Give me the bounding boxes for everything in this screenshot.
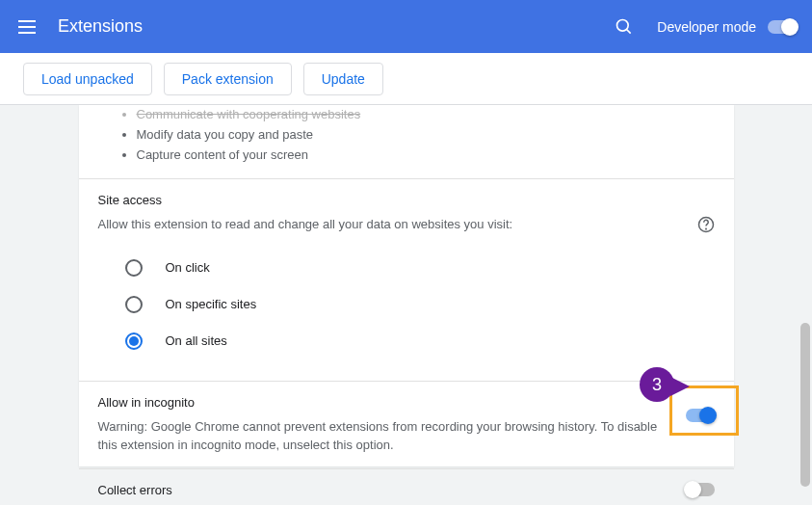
collect-errors-section: Collect errors — [79, 469, 734, 505]
search-icon[interactable] — [615, 17, 634, 37]
radio-icon — [125, 332, 143, 350]
app-header: Extensions Developer mode — [0, 0, 812, 53]
content-scroll[interactable]: Communicate with cooperating websites Mo… — [0, 105, 812, 505]
pack-extension-button[interactable]: Pack extension — [164, 63, 292, 95]
incognito-title: Allow in incognito — [98, 395, 674, 410]
radio-label: On click — [166, 260, 210, 275]
permission-item: Communicate with cooperating websites — [137, 105, 715, 125]
page-title: Extensions — [58, 16, 143, 37]
site-access-section: Site access Allow this extension to read… — [79, 179, 734, 382]
radio-on-click[interactable]: On click — [125, 250, 688, 286]
scrollbar[interactable] — [799, 53, 812, 505]
collect-errors-toggle[interactable] — [686, 483, 715, 496]
radio-on-specific-sites[interactable]: On specific sites — [125, 286, 688, 323]
developer-mode-toggle[interactable] — [768, 20, 797, 34]
radio-label: On all sites — [166, 333, 227, 348]
update-button[interactable]: Update — [303, 63, 383, 95]
permissions-list: Communicate with cooperating websites Mo… — [98, 105, 715, 165]
permission-item: Capture content of your screen — [137, 146, 715, 166]
developer-mode-label: Developer mode — [657, 19, 756, 35]
radio-icon — [125, 259, 143, 277]
scrollbar-thumb[interactable] — [800, 323, 810, 487]
permissions-section: Communicate with cooperating websites Mo… — [79, 105, 734, 179]
svg-point-6 — [705, 228, 706, 229]
allow-incognito-section: Allow in incognito Warning: Google Chrom… — [79, 382, 734, 469]
radio-label: On specific sites — [166, 297, 257, 311]
permission-item: Modify data you copy and paste — [137, 125, 715, 146]
svg-point-3 — [617, 19, 629, 31]
toolbar: Load unpacked Pack extension Update — [0, 53, 812, 105]
collect-errors-title: Collect errors — [98, 483, 172, 497]
menu-icon[interactable] — [15, 15, 39, 39]
radio-icon — [125, 296, 143, 313]
site-access-radio-group: On click On specific sites On all sites — [98, 234, 715, 367]
radio-on-all-sites[interactable]: On all sites — [125, 323, 688, 359]
site-access-title: Site access — [98, 193, 715, 207]
incognito-warning: Warning: Google Chrome cannot prevent ex… — [98, 417, 674, 455]
svg-line-4 — [627, 29, 631, 33]
load-unpacked-button[interactable]: Load unpacked — [23, 63, 152, 95]
help-icon[interactable] — [697, 216, 715, 233]
extension-card: Communicate with cooperating websites Mo… — [79, 105, 734, 466]
site-access-desc: Allow this extension to read and change … — [98, 215, 513, 234]
allow-incognito-toggle[interactable] — [686, 409, 715, 422]
